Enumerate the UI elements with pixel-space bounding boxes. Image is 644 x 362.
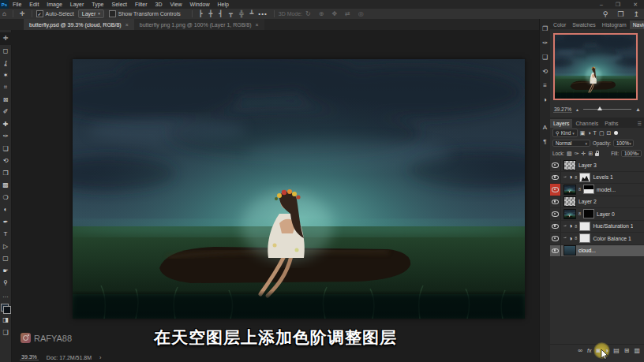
more-align-options-icon[interactable]: ••• [256,10,269,17]
type-tool[interactable]: T [0,228,12,241]
layer-row-cloud[interactable]: cloud... [550,245,644,258]
layer-name[interactable]: Color Balance 1 [593,236,631,241]
minimize-button[interactable]: – [593,0,609,9]
3d-scale-icon[interactable]: ◎ [355,10,367,17]
history-brush-tool[interactable]: ⟲ [0,155,12,167]
marquee-tool[interactable]: ◻ [0,45,12,58]
share-icon[interactable]: ↥ [628,10,644,18]
layer-mask-thumbnail[interactable] [583,185,594,194]
history-panel-icon[interactable]: ⟲ [542,68,548,75]
paragraph-panel-icon[interactable]: ¶ [543,138,546,145]
color-swatches[interactable] [1,304,11,314]
workspace-switcher-icon[interactable]: ❐ [612,10,628,18]
opacity-dropdown[interactable]: 100% ▾ [613,140,634,147]
gradient-tool[interactable]: ▩ [0,179,12,192]
eraser-tool[interactable]: ❒ [0,167,12,180]
visibility-toggle[interactable] [550,245,561,257]
doc-tab-butterfly-psd[interactable]: butterfly.psd @ 39.3% (cloud, RGB/8)× [24,19,134,30]
layer-row-layer-2[interactable]: Layer 2 [550,196,644,209]
align-buttons[interactable]: ┣ ╋ ┫ ┳ ╬ ┻ [197,10,256,17]
layer-row-levels-1[interactable]: ⌐ ◑ 8 Levels 1 [550,172,644,185]
status-zoom-field[interactable]: 39.3% [20,354,39,360]
frame-tool[interactable]: ⊠ [0,94,12,106]
filter-type-layers-icon[interactable]: T [593,130,597,136]
zoom-in-icon[interactable]: ▲ [635,106,641,112]
new-layer-icon[interactable]: ⊞ [624,347,630,354]
blur-tool[interactable]: ❍ [0,192,12,204]
menu-window[interactable]: Window [186,0,214,9]
character-panel-icon[interactable]: A [543,124,547,131]
layer-row-model[interactable]: 8 model... [550,184,644,196]
3d-slide-icon[interactable]: ⇄ [342,10,354,17]
close-button[interactable]: ✕ [627,0,644,9]
lock-artboard-icon[interactable]: ⊞ [588,151,593,157]
tab-paths[interactable]: Paths [601,119,621,128]
close-tab-icon[interactable]: × [256,22,259,28]
background-color-swatch[interactable] [3,306,11,314]
menu-type[interactable]: Type [88,0,107,9]
align-left-icon[interactable]: ┣ [197,10,205,17]
layer-thumbnail[interactable] [564,185,576,195]
restore-button[interactable]: ❐ [609,0,627,9]
close-tab-icon[interactable]: × [125,22,129,28]
layer-row-hue-saturation[interactable]: ⌐ ◑ 8 Hue/Saturation 1 [550,221,644,233]
layer-name[interactable]: Layer 0 [597,211,615,217]
auto-select-checkbox[interactable]: ✓ [36,10,43,17]
3d-roll-icon[interactable]: ⊕ [316,10,328,17]
menu-layer[interactable]: Layer [66,0,88,9]
spot-healing-tool[interactable]: ✚ [0,118,12,131]
lasso-tool[interactable]: ʆ [0,57,12,69]
menu-image[interactable]: Image [43,0,66,9]
delete-layer-icon[interactable]: ▥ [634,347,640,354]
3d-rotate-icon[interactable]: ↻ [302,10,314,17]
layer-name[interactable]: Layer 2 [578,199,597,204]
lock-all-icon[interactable] [595,153,599,156]
menu-filter[interactable]: Filter [131,0,152,9]
align-middle-icon[interactable]: ╬ [237,10,246,17]
edit-toolbar-icon[interactable]: … [0,289,12,302]
navigator-preview[interactable] [553,33,638,100]
quick-selection-tool[interactable]: ✶ [0,69,12,82]
align-right-icon[interactable]: ┫ [216,10,225,17]
canvas-area[interactable]: 在天空图层上添加色阶调整图层 RAFYA88 39.3% Doc: 17.2M/… [12,30,539,362]
visibility-toggle[interactable] [550,221,561,233]
filter-pixel-layers-icon[interactable]: ▣ [580,130,586,136]
search-icon[interactable]: ⚲ [598,10,613,18]
auto-select-target-dropdown[interactable]: Layer▾ [78,9,104,18]
lock-position-icon[interactable]: ✛ [582,151,586,157]
status-expander-icon[interactable]: › [99,355,101,360]
filter-toggle-icon[interactable] [614,131,618,135]
move-tool[interactable]: ✛ [0,32,12,45]
zoom-tool[interactable]: ⚲ [0,277,12,289]
layer-row-color-balance[interactable]: ⌐ ◑ 8 Color Balance 1 [550,233,644,245]
menu-3d[interactable]: 3D [152,0,167,9]
tab-layers[interactable]: Layers [550,119,572,128]
filter-adjustment-layers-icon[interactable]: ◑ [587,130,590,136]
visibility-toggle-highlighted[interactable] [550,184,561,196]
menu-edit[interactable]: Edit [25,0,43,9]
visibility-toggle[interactable] [550,196,561,208]
path-selection-tool[interactable]: ▷ [0,241,12,253]
blend-mode-dropdown[interactable]: Normal ▾ [552,140,590,147]
lock-pixels-icon[interactable]: ✑ [575,151,579,157]
pen-tool[interactable]: ✒ [0,216,12,229]
tab-color[interactable]: Color [550,21,569,29]
layer-mask-thumbnail[interactable] [579,233,590,243]
clone-stamp-tool[interactable]: ❏ [0,143,12,155]
crop-tool[interactable]: ⌗ [0,81,12,94]
quick-mask-icon[interactable]: ◨ [0,314,12,327]
layer-effects-icon[interactable]: fx [587,348,591,353]
align-top-icon[interactable]: ┳ [227,10,235,17]
layer-thumbnail[interactable] [564,245,576,256]
adjustments-panel-icon[interactable]: ◑ [543,96,547,103]
visibility-toggle[interactable] [550,172,561,184]
shape-tool[interactable]: ▢ [0,252,12,265]
visibility-toggle[interactable] [550,233,561,244]
dodge-tool[interactable]: ◐ [0,203,12,216]
layer-name[interactable]: cloud... [578,248,596,253]
3d-pan-icon[interactable]: ✥ [328,10,340,17]
navigator-zoom-field[interactable]: 39.27% [553,106,572,113]
show-transform-checkbox[interactable] [109,10,116,17]
layer-thumbnail[interactable] [564,196,576,207]
menu-help[interactable]: Help [213,0,232,9]
